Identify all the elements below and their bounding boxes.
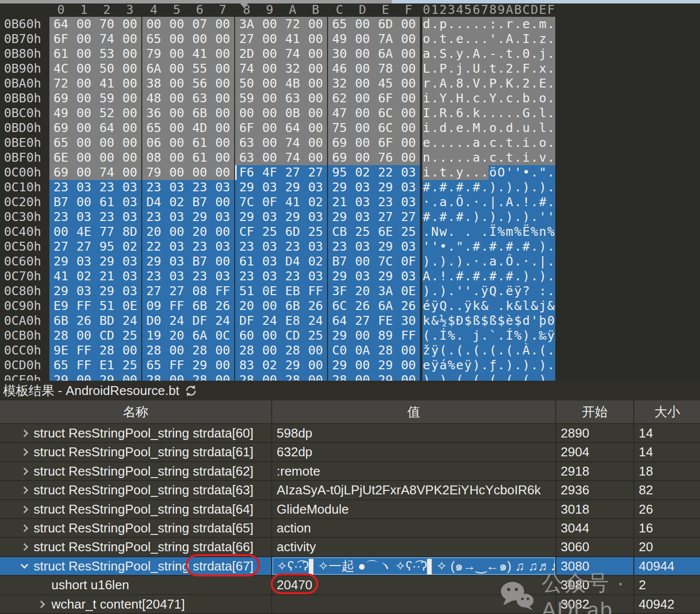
ascii-char[interactable]: . xyxy=(464,165,472,180)
ascii-char[interactable]: . xyxy=(530,91,538,106)
ascii-char[interactable]: ) xyxy=(522,358,531,373)
ascii-char[interactable]: . xyxy=(431,135,439,150)
ascii-char[interactable]: ! xyxy=(522,195,531,210)
ascii-char[interactable]: . xyxy=(547,269,555,284)
ascii-char[interactable]: . xyxy=(447,32,455,46)
hex-byte[interactable]: 41 xyxy=(95,76,119,91)
hex-byte[interactable]: 50 xyxy=(235,76,258,91)
hex-byte[interactable]: 72 xyxy=(281,17,304,32)
hex-byte[interactable]: 41 xyxy=(49,269,73,284)
hex-byte[interactable]: 6B xyxy=(49,313,73,328)
ascii-char[interactable]: . xyxy=(530,106,538,121)
hex-byte[interactable]: 00 xyxy=(304,106,328,121)
hex-byte[interactable]: 03 xyxy=(304,269,328,284)
ascii-char[interactable]: . xyxy=(497,17,505,32)
hex-byte[interactable]: 6E xyxy=(49,150,73,165)
hex-byte[interactable]: 08 xyxy=(188,284,211,299)
ascii-char[interactable]: k xyxy=(422,313,431,328)
hex-byte[interactable]: 29 xyxy=(374,358,397,373)
hex-byte[interactable]: 41 xyxy=(281,195,304,210)
ascii-char[interactable]: . xyxy=(514,135,522,150)
hex-byte[interactable]: 00 xyxy=(119,343,142,358)
hex-byte[interactable]: 25 xyxy=(397,224,420,239)
hex-byte[interactable]: 00 xyxy=(211,343,235,358)
ascii-char[interactable]: è xyxy=(505,313,514,328)
hex-byte[interactable]: 00 xyxy=(211,121,235,135)
ascii-char[interactable]: ß xyxy=(489,313,497,328)
ascii-char[interactable]: . xyxy=(481,343,489,358)
ascii-char[interactable]: % xyxy=(530,224,538,239)
hex-byte[interactable]: 00 xyxy=(211,150,235,165)
hex-byte[interactable]: 6E xyxy=(374,224,397,239)
ascii-char[interactable]: . xyxy=(530,32,538,46)
ascii-char[interactable]: . xyxy=(497,121,505,135)
ascii-char[interactable]: # xyxy=(505,269,514,284)
ascii-char[interactable]: k xyxy=(505,299,514,313)
hex-byte[interactable]: 00 xyxy=(119,135,142,150)
hex-byte[interactable]: 00 xyxy=(142,17,165,32)
hex-byte[interactable]: 00 xyxy=(397,91,420,106)
hex-byte[interactable]: 00 xyxy=(304,61,328,76)
ascii-char[interactable]: m xyxy=(538,17,547,32)
ascii-char[interactable]: . xyxy=(530,358,538,373)
ascii-char[interactable]: . xyxy=(481,180,489,195)
hex-byte[interactable]: 29 xyxy=(328,180,351,195)
hex-byte[interactable]: 69 xyxy=(49,165,73,180)
ascii-char[interactable]: . xyxy=(464,254,472,269)
ascii-char[interactable] xyxy=(455,224,464,239)
hex-byte[interactable]: CD xyxy=(95,328,119,343)
hex-byte[interactable]: 00 xyxy=(304,358,328,373)
ascii-char[interactable]: . xyxy=(431,373,439,381)
hex-byte[interactable]: 6B xyxy=(188,299,211,313)
ascii-char[interactable]: . xyxy=(481,91,489,106)
ascii-char[interactable]: y xyxy=(455,165,464,180)
hex-byte[interactable]: 47 xyxy=(328,106,351,121)
ascii-char[interactable]: ( xyxy=(472,343,481,358)
hex-byte[interactable]: 00 xyxy=(211,46,235,61)
ascii-char[interactable]: ) xyxy=(522,328,531,343)
hex-byte[interactable]: 03 xyxy=(119,269,142,284)
ascii-char[interactable]: & xyxy=(514,299,522,313)
ascii-char[interactable]: i xyxy=(422,165,431,180)
hex-byte[interactable]: 20 xyxy=(351,284,374,299)
ascii-char[interactable]: . xyxy=(464,76,472,91)
hex-byte[interactable]: 27 xyxy=(49,239,73,254)
hex-byte[interactable]: 23 xyxy=(374,195,397,210)
ascii-char[interactable]: . xyxy=(472,32,481,46)
hex-byte[interactable]: 89 xyxy=(374,328,397,343)
ascii-char[interactable]: ' xyxy=(514,165,522,180)
hex-byte[interactable]: 51 xyxy=(95,299,119,313)
ascii-char[interactable]: $ xyxy=(514,313,522,328)
hex-byte[interactable]: 26 xyxy=(397,299,420,313)
hex-byte[interactable]: 00 xyxy=(211,32,235,46)
hex-byte[interactable]: 00 xyxy=(211,76,235,91)
ascii-char[interactable]: y xyxy=(455,46,464,61)
hex-byte[interactable]: 00 xyxy=(73,17,96,32)
ascii-char[interactable]: A xyxy=(505,195,514,210)
ascii-char[interactable]: . xyxy=(447,150,455,165)
hex-byte[interactable]: 03 xyxy=(119,284,142,299)
ascii-char[interactable]: ) xyxy=(538,239,547,254)
hex-byte[interactable]: 6D xyxy=(374,17,397,32)
hex-byte[interactable]: 41 xyxy=(188,46,211,61)
template-row[interactable]: struct ResStringPool_string strdata[62]:… xyxy=(0,462,700,481)
hex-byte[interactable]: 03 xyxy=(258,239,282,254)
ascii-char[interactable]: u xyxy=(522,121,531,135)
hex-byte[interactable]: 32 xyxy=(328,76,351,91)
hex-byte[interactable]: 59 xyxy=(95,91,119,106)
ascii-char[interactable]: ë xyxy=(505,284,514,299)
ascii-char[interactable]: H xyxy=(455,91,464,106)
ascii-char[interactable]: . xyxy=(530,61,538,76)
ascii-char[interactable]: A xyxy=(422,269,431,284)
ascii-char[interactable]: E xyxy=(538,76,547,91)
ascii-char[interactable] xyxy=(530,284,538,299)
hex-byte[interactable]: 25 xyxy=(119,328,142,343)
hex-byte[interactable]: FF xyxy=(73,358,96,373)
ascii-char[interactable]: # xyxy=(422,210,431,224)
hex-byte[interactable]: 29 xyxy=(374,239,397,254)
hex-byte[interactable]: 23 xyxy=(188,180,211,195)
ascii-char[interactable]: ( xyxy=(489,373,497,381)
hex-byte[interactable]: 03 xyxy=(119,254,142,269)
ascii-char[interactable]: . xyxy=(447,195,455,210)
hex-byte[interactable]: 77 xyxy=(95,224,119,239)
